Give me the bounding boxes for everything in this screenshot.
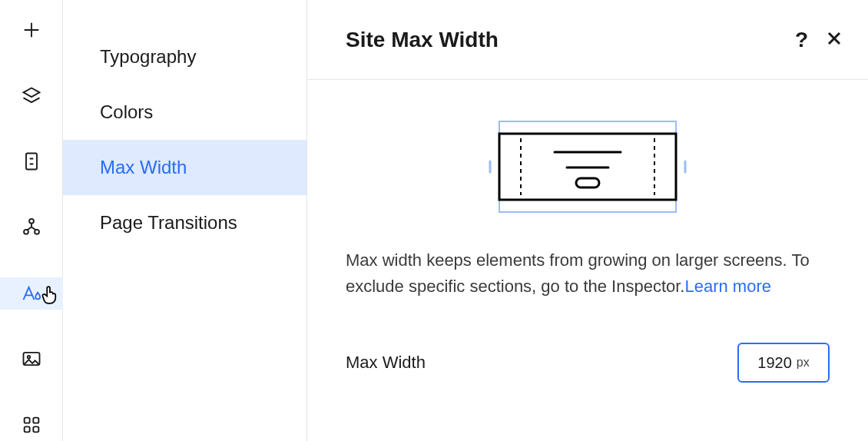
svg-rect-9 [33, 427, 38, 433]
plus-icon [21, 19, 42, 41]
style-nav: Typography Colors Max Width Page Transit… [63, 0, 307, 441]
close-icon [825, 29, 843, 48]
rail-assets[interactable] [0, 343, 63, 376]
svg-point-5 [27, 356, 30, 359]
icon-rail [0, 0, 63, 441]
grid-icon [21, 414, 42, 436]
max-width-input[interactable]: 1920 px [737, 343, 830, 383]
settings-panel: Site Max Width ? Max width keeps elemen [307, 0, 868, 441]
nav-item-label: Typography [100, 46, 196, 68]
svg-rect-6 [24, 418, 29, 423]
header-actions: ? [795, 29, 843, 51]
layers-icon [21, 85, 42, 107]
learn-more-link[interactable]: Learn more [684, 277, 771, 296]
max-width-field-row: Max Width 1920 px [346, 343, 830, 383]
nodes-icon [21, 217, 42, 238]
panel-body: Max width keeps elements from growing on… [307, 80, 868, 383]
rail-styles[interactable] [0, 277, 63, 310]
svg-point-1 [29, 219, 34, 224]
max-width-unit: px [797, 356, 810, 370]
nav-item-colors[interactable]: Colors [63, 85, 306, 140]
typography-drop-icon [21, 283, 42, 304]
nav-item-label: Page Transitions [100, 212, 237, 234]
page-icon [21, 151, 42, 172]
close-button[interactable] [825, 29, 843, 51]
svg-rect-16 [576, 178, 599, 187]
help-button[interactable]: ? [795, 29, 808, 51]
panel-header: Site Max Width ? [307, 0, 868, 80]
rail-apps[interactable] [0, 409, 63, 441]
nav-item-label: Colors [100, 101, 153, 123]
rail-cms[interactable] [0, 211, 63, 244]
svg-rect-7 [33, 418, 38, 423]
rail-layers[interactable] [0, 80, 63, 112]
max-width-label: Max Width [346, 353, 426, 373]
max-width-illustration [346, 117, 830, 217]
nav-item-label: Max Width [100, 157, 187, 178]
panel-title: Site Max Width [346, 28, 795, 52]
nav-item-max-width[interactable]: Max Width [63, 140, 306, 195]
description: Max width keeps elements from growing on… [346, 247, 830, 300]
nav-item-page-transitions[interactable]: Page Transitions [63, 195, 306, 250]
nav-item-typography[interactable]: Typography [63, 29, 306, 85]
image-icon [21, 348, 42, 370]
rail-pages[interactable] [0, 145, 63, 177]
rail-add[interactable] [0, 14, 63, 46]
max-width-value: 1920 [757, 354, 792, 372]
svg-rect-8 [24, 427, 29, 433]
svg-rect-0 [26, 154, 37, 170]
